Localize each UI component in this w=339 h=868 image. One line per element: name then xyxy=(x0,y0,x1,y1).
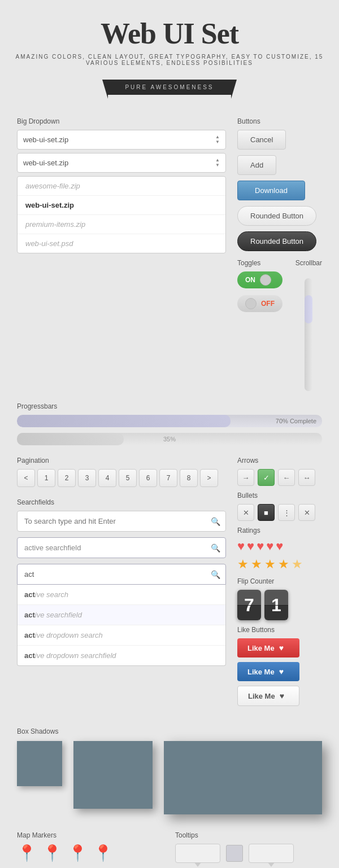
star-2[interactable]: ★ xyxy=(251,557,262,572)
pagination-page-8[interactable]: 8 xyxy=(180,469,198,487)
download-button[interactable]: Download xyxy=(237,181,305,200)
heart-2[interactable]: ♥ xyxy=(247,539,254,554)
star-3[interactable]: ★ xyxy=(264,557,276,572)
dropdown-label: Big Dropdown xyxy=(17,117,226,125)
shadows-row xyxy=(17,741,322,814)
pagination-page-2[interactable]: 2 xyxy=(58,469,76,487)
arrow-check[interactable]: ✓ xyxy=(258,469,275,486)
dropdown-select-2[interactable]: web-ui-set.zip ▲ ▼ xyxy=(17,153,226,173)
bullets-label: Bullets xyxy=(237,492,322,499)
shadow-box-large xyxy=(164,741,322,814)
arrow-right[interactable]: → xyxy=(237,469,254,486)
tooltips-row xyxy=(175,844,322,863)
progressbar-1[interactable]: 70% Complete xyxy=(17,415,322,427)
flip-digit-1: 7 xyxy=(237,590,261,620)
pagination-page-4[interactable]: 4 xyxy=(98,469,116,487)
bullet-3[interactable]: ⋮ xyxy=(278,504,295,521)
marker-red[interactable]: 📍 xyxy=(68,844,88,862)
search-wrap-2: 🔍 xyxy=(17,537,226,558)
toggles-label: Toggles xyxy=(237,259,282,267)
search-wrap-1: 🔍 xyxy=(17,511,226,532)
progress-label-2: 35% xyxy=(163,436,176,442)
bullet-4[interactable]: ✕ xyxy=(298,504,315,521)
bullet-1[interactable]: ✕ xyxy=(237,504,254,521)
marker-orange[interactable]: 📍 xyxy=(17,844,37,862)
scrollbar-track[interactable] xyxy=(305,278,312,391)
search-suggestion-1[interactable]: active search xyxy=(18,585,225,605)
dropdown-value-2: web-ui-set.zip xyxy=(23,159,68,167)
search-suggestion-2[interactable]: active searchfield xyxy=(18,605,225,625)
flip-digit-2: 1 xyxy=(264,590,288,620)
dropdown-item-4[interactable]: web-ui-set.psd xyxy=(18,234,225,253)
hearts-row: ♥ ♥ ♥ ♥ ♥ xyxy=(237,539,322,554)
search-dropdown: active search active searchfield active … xyxy=(17,585,226,666)
arrows-label: Arrows xyxy=(237,457,322,464)
flip-counter-label: Flip Counter xyxy=(237,577,322,585)
toggle-on[interactable]: ON xyxy=(237,271,282,288)
add-button[interactable]: Add xyxy=(237,155,276,175)
arrows-row: → ✓ ← ↔ xyxy=(237,469,322,486)
shadow-box-medium xyxy=(73,741,153,809)
like-buttons-label: Like Buttons xyxy=(237,626,322,634)
scrollbar-thumb[interactable] xyxy=(305,295,312,323)
dropdown-item-2[interactable]: web-ui-set.zip xyxy=(18,196,225,215)
search-input-1[interactable] xyxy=(17,511,226,532)
rounded-dark-button[interactable]: Rounded Button xyxy=(237,231,316,251)
cancel-button[interactable]: Cancel xyxy=(237,130,286,150)
like-button-red[interactable]: Like Me ♥ xyxy=(237,638,299,657)
pagination-page-5[interactable]: 5 xyxy=(119,469,137,487)
heart-3[interactable]: ♥ xyxy=(257,539,264,554)
search-suggestion-4[interactable]: active dropdown searchfield xyxy=(18,646,225,665)
dropdown-select-1[interactable]: web-ui-set.zip ▲ ▼ xyxy=(17,130,226,150)
dropdown-item-1[interactable]: awesome-file.zip xyxy=(18,177,225,196)
stars-row: ★ ★ ★ ★ ★ xyxy=(237,557,322,572)
ratings-label: Ratings xyxy=(237,527,322,534)
search-icon-3: 🔍 xyxy=(211,570,220,579)
tooltip-1 xyxy=(175,844,220,863)
like-btn-white-label: Like Me xyxy=(248,692,275,700)
like-button-white[interactable]: Like Me ♥ xyxy=(237,686,299,706)
tooltips-label: Tooltips xyxy=(175,831,322,839)
tooltip-arrow-icon xyxy=(226,845,243,862)
search-input-3[interactable] xyxy=(17,564,226,585)
pagination-page-3[interactable]: 3 xyxy=(78,469,96,487)
dropdown-list: awesome-file.zip web-ui-set.zip premium-… xyxy=(17,176,226,253)
marker-blue[interactable]: 📍 xyxy=(93,844,113,862)
buttons-label: Buttons xyxy=(237,117,322,125)
arrow-both[interactable]: ↔ xyxy=(298,469,315,486)
heart-4[interactable]: ♥ xyxy=(266,539,273,554)
heart-5[interactable]: ♥ xyxy=(276,539,283,554)
like-heart-blue: ♥ xyxy=(279,667,284,676)
search-icon-2: 🔍 xyxy=(211,543,220,553)
toggle-on-label: ON xyxy=(245,276,255,284)
star-5[interactable]: ★ xyxy=(292,557,303,572)
marker-pink[interactable]: 📍 xyxy=(42,844,62,862)
box-shadows-label: Box Shadows xyxy=(17,727,322,735)
arrow-left[interactable]: ← xyxy=(278,469,295,486)
star-4[interactable]: ★ xyxy=(278,557,289,572)
bullets-row: ✕ ■ ⋮ ✕ xyxy=(237,504,322,521)
pagination-page-7[interactable]: 7 xyxy=(159,469,177,487)
like-heart-red: ♥ xyxy=(279,643,284,652)
like-btn-blue-label: Like Me xyxy=(247,668,275,676)
heart-1[interactable]: ♥ xyxy=(237,539,245,554)
tooltip-2 xyxy=(249,844,294,863)
rounded-light-button[interactable]: Rounded Button xyxy=(237,206,316,226)
like-heart-white: ♥ xyxy=(280,691,284,700)
pagination-page-6[interactable]: 6 xyxy=(139,469,157,487)
star-1[interactable]: ★ xyxy=(237,557,249,572)
page-title: Web UI Set xyxy=(11,17,328,50)
progressbar-2[interactable]: 35% xyxy=(17,433,322,445)
pagination-next[interactable]: > xyxy=(200,469,218,487)
like-btn-red-label: Like Me xyxy=(247,644,275,652)
pagination-prev[interactable]: < xyxy=(17,469,35,487)
search-suggestion-3[interactable]: active dropdown search xyxy=(18,625,225,646)
scrollbar-label: Scrollbar xyxy=(295,259,322,267)
dropdown-item-3[interactable]: premium-items.zip xyxy=(18,215,225,234)
pagination-page-1[interactable]: 1 xyxy=(37,469,55,487)
map-markers-label: Map Markers xyxy=(17,831,164,839)
toggle-off[interactable]: OFF xyxy=(237,295,282,312)
like-button-blue[interactable]: Like Me ♥ xyxy=(237,662,299,681)
search-input-2[interactable] xyxy=(17,537,226,558)
bullet-2[interactable]: ■ xyxy=(258,504,275,521)
